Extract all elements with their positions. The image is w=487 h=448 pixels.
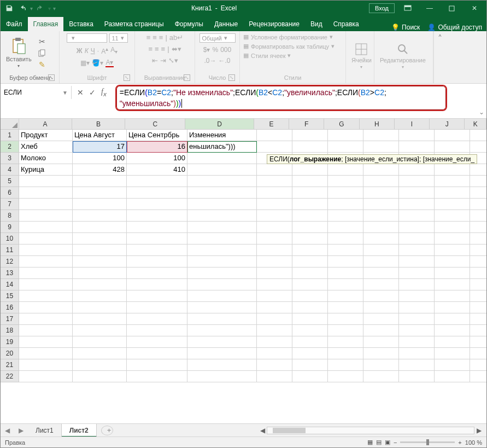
cell[interactable]: [73, 359, 127, 371]
cell[interactable]: [257, 267, 292, 279]
cell[interactable]: [257, 279, 292, 290]
cell[interactable]: [363, 130, 399, 141]
cell[interactable]: [73, 313, 127, 325]
cell[interactable]: [363, 371, 399, 382]
cell[interactable]: [470, 348, 487, 359]
cell[interactable]: [470, 256, 487, 267]
row-header[interactable]: 3: [1, 153, 19, 164]
row-header[interactable]: 21: [1, 359, 19, 371]
cell[interactable]: [292, 141, 328, 153]
inc-indent-icon[interactable]: ⇥: [160, 56, 166, 65]
zoom-out-icon[interactable]: −: [394, 439, 397, 446]
row-header[interactable]: 7: [1, 199, 19, 210]
cell[interactable]: [328, 199, 363, 210]
cell[interactable]: [187, 348, 257, 359]
cell[interactable]: [328, 233, 363, 245]
row-header[interactable]: 5: [1, 176, 19, 187]
font-size-dropdown[interactable]: 11▾: [109, 33, 128, 43]
cell[interactable]: [435, 279, 470, 290]
cell[interactable]: [127, 279, 187, 290]
cell[interactable]: [73, 245, 127, 256]
cell[interactable]: [19, 187, 73, 199]
cell-editing-d2[interactable]: еньшилась"))): [187, 141, 257, 153]
row-header[interactable]: 9: [1, 222, 19, 233]
cell[interactable]: [399, 256, 435, 267]
row-header[interactable]: 4: [1, 164, 19, 176]
cell[interactable]: [187, 371, 257, 382]
cell[interactable]: [328, 256, 363, 267]
tab-home[interactable]: Главная: [28, 17, 64, 31]
cell-ref-b2[interactable]: 17: [73, 141, 127, 153]
underline-button[interactable]: Ч: [91, 47, 95, 55]
cell[interactable]: [363, 199, 399, 210]
zoom-slider[interactable]: [400, 441, 455, 443]
cell[interactable]: [328, 130, 363, 141]
cell[interactable]: [257, 245, 292, 256]
cell[interactable]: [363, 336, 399, 348]
accept-formula-icon[interactable]: ✓: [89, 88, 96, 97]
cell[interactable]: [435, 141, 470, 153]
cell[interactable]: [127, 290, 187, 302]
cell[interactable]: [292, 222, 328, 233]
cell[interactable]: [470, 336, 487, 348]
cell[interactable]: [187, 187, 257, 199]
cell[interactable]: [257, 199, 292, 210]
cell[interactable]: [257, 348, 292, 359]
cell[interactable]: [435, 359, 470, 371]
view-normal-icon[interactable]: ▦: [367, 439, 373, 446]
launcher-icon[interactable]: ⤡: [48, 74, 55, 81]
cell[interactable]: [399, 187, 435, 199]
sheet-nav-next-icon[interactable]: ▶: [14, 427, 28, 434]
number-format-dropdown[interactable]: Общий▾: [200, 33, 236, 43]
cell[interactable]: [292, 313, 328, 325]
cell[interactable]: [470, 222, 487, 233]
cell[interactable]: [399, 313, 435, 325]
cell[interactable]: [470, 290, 487, 302]
cell[interactable]: [127, 187, 187, 199]
cell[interactable]: [292, 130, 328, 141]
cell[interactable]: [470, 267, 487, 279]
cell[interactable]: [19, 313, 73, 325]
cell[interactable]: [257, 176, 292, 187]
tab-data[interactable]: Данные: [209, 17, 243, 31]
row-header[interactable]: 1: [1, 130, 19, 141]
tab-review[interactable]: Рецензирование: [243, 17, 305, 31]
cell[interactable]: [328, 222, 363, 233]
cell[interactable]: [470, 164, 487, 176]
cell[interactable]: [187, 359, 257, 371]
cell[interactable]: [470, 325, 487, 336]
cell[interactable]: [363, 222, 399, 233]
cell[interactable]: [399, 336, 435, 348]
cell[interactable]: [19, 222, 73, 233]
maximize-icon[interactable]: [441, 1, 462, 16]
cell[interactable]: [73, 176, 127, 187]
cell[interactable]: [470, 245, 487, 256]
cell[interactable]: [73, 290, 127, 302]
cell[interactable]: [127, 348, 187, 359]
cell[interactable]: [19, 371, 73, 382]
cell[interactable]: [292, 199, 328, 210]
cell[interactable]: [435, 222, 470, 233]
sheet-tab[interactable]: Лист1: [28, 424, 62, 437]
select-all-corner[interactable]: [1, 119, 19, 130]
col-header[interactable]: G: [324, 119, 359, 130]
cell[interactable]: [127, 233, 187, 245]
login-button[interactable]: Вход: [369, 3, 395, 13]
percent-icon[interactable]: %: [212, 46, 218, 54]
cell[interactable]: [187, 245, 257, 256]
cell[interactable]: [257, 141, 292, 153]
cell[interactable]: [399, 290, 435, 302]
cell[interactable]: [127, 302, 187, 313]
cell[interactable]: [470, 141, 487, 153]
cell[interactable]: [292, 290, 328, 302]
cell[interactable]: [19, 210, 73, 222]
cell[interactable]: [470, 279, 487, 290]
cell[interactable]: [19, 302, 73, 313]
cell[interactable]: [470, 302, 487, 313]
cond-format-button[interactable]: ▦Условное форматирование▾: [243, 33, 333, 40]
cell[interactable]: [292, 325, 328, 336]
cell[interactable]: [257, 256, 292, 267]
col-header[interactable]: H: [360, 119, 395, 130]
chevron-down-icon[interactable]: ▼: [62, 90, 68, 96]
fill-color-icon[interactable]: 🪣▾: [92, 59, 103, 67]
